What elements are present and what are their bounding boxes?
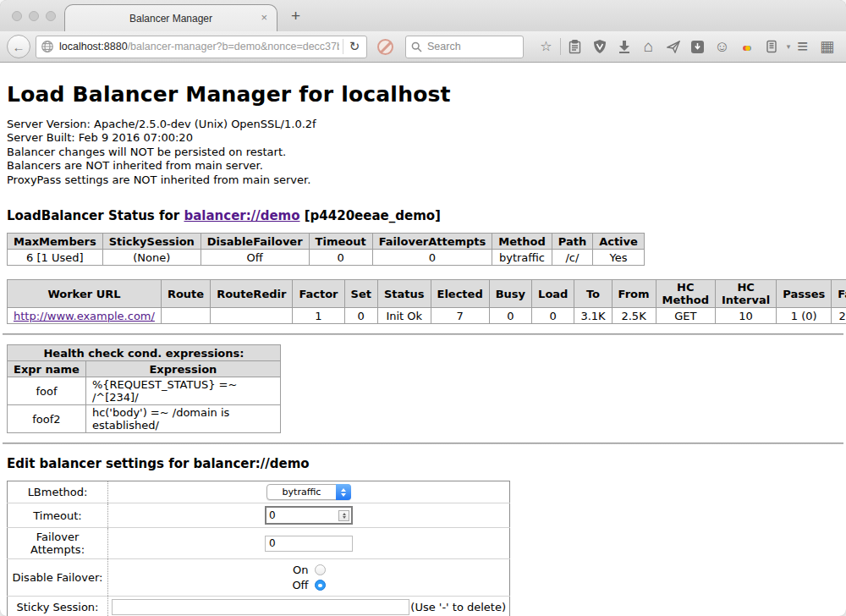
col-method: Method [492,234,552,250]
back-button[interactable]: ← [7,35,30,58]
cell-disablefailover: Off [201,250,309,266]
radio-off-label: Off [292,579,308,591]
color-dot-yellow [745,46,750,51]
edit-balancer-form: LBmethod: bytraffic Timeout: 0 [7,481,510,616]
sticky-session-label: Sticky Session: [8,597,108,616]
failover-attempts-input[interactable]: 0 [265,536,353,552]
failover-attempts-row: Failover Attempts: 0 [8,528,510,559]
menu-icon[interactable]: ≡ [797,38,808,55]
disable-failover-off-radio[interactable] [315,580,326,591]
cell-elected: 7 [431,308,489,324]
disable-failover-label: Disable Failover: [8,559,108,597]
bookmark-star-icon[interactable]: ☆ [534,40,558,53]
cell-hc-interval: 10 [715,308,776,324]
disable-failover-row: Disable Failover: On Off [8,559,510,597]
page-content: Load Balancer Manager for localhost Serv… [0,63,846,616]
col-load: Load [532,280,574,308]
tab-close-icon[interactable]: × [261,12,267,23]
sticky-session-hint: (Use '-' to delete) [410,601,506,613]
col-expression: Expression [85,361,280,377]
timeout-input[interactable]: 0 [265,506,353,525]
col-maxmembers: MaxMembers [8,234,103,250]
radio-on-label: On [293,564,308,576]
extension-grid-icon[interactable]: ▦ [815,40,839,53]
toolbar-icons: ☆ ⌂ ☺ ▾ [534,38,794,55]
tab-title: Balancer Manager [129,13,212,25]
worker-table: Worker URL Route RouteRedir Factor Set S… [7,279,846,324]
balancer-header-row: MaxMembers StickySession DisableFailover… [8,234,645,250]
shield-icon[interactable] [587,40,612,54]
col-routeredir: RouteRedir [211,280,293,308]
reload-button[interactable]: ↻ [347,39,362,54]
worker-header-row: Worker URL Route RouteRedir Factor Set S… [8,280,846,308]
new-tab-button[interactable]: + [291,7,300,25]
downloads-icon[interactable] [612,40,636,53]
url-bar[interactable]: localhost:8880/balancer-manager?b=demo&n… [36,36,367,58]
health-row-foof: foof %{REQUEST_STATUS} =~ /^[234]/ [8,377,281,405]
worker-data-row: http://www.example.com/ 1 0 Init Ok 7 0 … [8,308,846,324]
clipboard-icon[interactable] [563,39,587,53]
timeout-value: 0 [269,509,276,521]
lbmethod-selected-value: bytraffic [283,487,321,498]
globe-icon [41,40,54,53]
chevron-down-icon[interactable]: ▾ [783,42,794,51]
cell-timeout: 0 [309,250,372,266]
cell-expression: %{REQUEST_STATUS} =~ /^[234]/ [85,377,280,405]
home-icon[interactable]: ⌂ [636,40,661,53]
tab-balancer-manager[interactable]: Balancer Manager × [64,4,277,31]
lbmethod-select[interactable]: bytraffic [266,484,351,500]
health-table-title: Health check cond. expressions: [8,345,281,361]
content-blocker-icon[interactable] [377,39,393,55]
worker-url-link[interactable]: http://www.example.com/ [14,310,155,322]
send-icon[interactable] [661,40,685,53]
timeout-label: Timeout: [8,503,108,528]
server-version-line: Server Version: Apache/2.5.0-dev (Unix) … [7,118,839,131]
status-heading-suffix: [p4420eeae_demo] [300,208,441,223]
disable-failover-on-radio[interactable] [315,564,326,575]
search-bar[interactable]: Search [405,36,524,58]
cell-from: 2.5K [612,308,656,324]
url-host: localhost:8880 [59,41,128,52]
balancer-demo-link[interactable]: balancer://demo [184,208,299,223]
navigation-toolbar: ← localhost:8880/balancer-manager?b=demo… [0,31,846,63]
failover-attempts-value: 0 [269,537,276,549]
window-controls [12,11,56,21]
lbmethod-row: LBmethod: bytraffic [8,481,510,503]
balancer-status-table: MaxMembers StickySession DisableFailover… [7,233,645,266]
minimize-window-button[interactable] [29,11,39,21]
col-factor: Factor [293,280,344,308]
url-text[interactable]: localhost:8880/balancer-manager?b=demo&n… [59,41,339,52]
status-heading-prefix: LoadBalancer Status for [7,208,184,223]
proxypass-notice-line: ProxyPass settings are NOT inherited fro… [7,173,839,187]
search-placeholder: Search [427,41,461,52]
number-spinner-icon[interactable] [338,510,349,521]
col-to: To [574,280,612,308]
close-window-button[interactable] [12,11,22,21]
cell-load: 0 [532,308,574,324]
col-stickysession: StickySession [102,234,201,250]
cell-routeredir [211,308,293,324]
lbmethod-label: LBmethod: [8,481,108,503]
cell-method: bytraffic [492,250,552,266]
sidebar-panel-icon[interactable] [759,40,783,54]
colors-extension-icon[interactable] [734,40,759,53]
failover-attempts-label: Failover Attempts: [8,528,108,559]
col-route: Route [161,280,210,308]
cell-status: Init Ok [377,308,431,324]
smiley-icon[interactable]: ☺ [710,40,734,53]
col-active: Active [593,234,645,250]
cell-worker-url: http://www.example.com/ [8,308,162,324]
server-built-line: Server Built: Feb 9 2016 07:00:20 [7,131,839,145]
col-expr-name: Expr name [8,361,86,377]
cell-expr-name: foof [8,377,86,405]
col-worker-url: Worker URL [8,280,162,308]
sticky-session-input[interactable] [112,599,409,615]
cell-busy: 0 [489,308,531,324]
col-elected: Elected [431,280,489,308]
zoom-window-button[interactable] [46,11,56,21]
toolbar-separator [560,38,561,55]
pocket-save-icon[interactable] [685,40,710,53]
cell-expr-name: foof2 [8,405,86,433]
loadbalancer-status-heading: LoadBalancer Status for balancer://demo … [7,208,839,223]
health-header-row: Expr name Expression [8,361,281,377]
